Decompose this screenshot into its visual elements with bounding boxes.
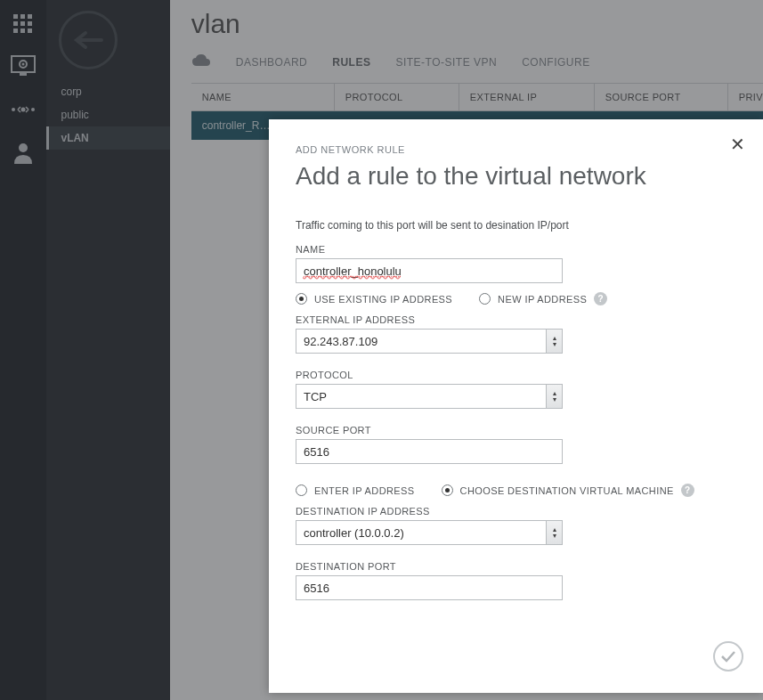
label-external-ip: EXTERNAL IP ADDRESS: [296, 314, 736, 325]
destination-ip-value: controller (10.0.0.2): [304, 526, 404, 540]
radio-use-existing-ip-label: USE EXISTING IP ADDRESS: [314, 294, 452, 305]
help-icon[interactable]: ?: [594, 292, 607, 305]
label-name: NAME: [296, 244, 736, 255]
modal-eyebrow: ADD NETWORK RULE: [296, 144, 736, 155]
modal-title: Add a rule to the virtual network: [296, 162, 736, 191]
label-destination-port: DESTINATION PORT: [296, 561, 736, 572]
label-destination-ip: DESTINATION IP ADDRESS: [296, 506, 736, 517]
name-input[interactable]: [296, 258, 563, 283]
destination-ip-select[interactable]: controller (10.0.0.2) ▴▾: [296, 520, 563, 545]
close-icon[interactable]: ✕: [730, 134, 745, 155]
label-protocol: PROTOCOL: [296, 370, 736, 380]
ip-mode-radio-group: USE EXISTING IP ADDRESS NEW IP ADDRESS ?: [296, 292, 736, 305]
help-icon[interactable]: ?: [681, 484, 694, 497]
protocol-select[interactable]: TCP ▴▾: [296, 384, 563, 409]
modal-description: Traffic coming to this port will be sent…: [296, 219, 736, 232]
chevron-updown-icon: ▴▾: [546, 385, 562, 408]
dest-mode-radio-group: ENTER IP ADDRESS CHOOSE DESTINATION VIRT…: [296, 484, 736, 497]
external-ip-select[interactable]: 92.243.87.109 ▴▾: [296, 329, 563, 354]
destination-port-input[interactable]: [296, 575, 563, 600]
label-source-port: SOURCE PORT: [296, 425, 736, 435]
radio-enter-ip[interactable]: [296, 484, 307, 496]
external-ip-value: 92.243.87.109: [304, 335, 377, 348]
source-port-input[interactable]: [296, 439, 563, 464]
chevron-updown-icon: ▴▾: [546, 330, 562, 353]
protocol-value: TCP: [304, 390, 327, 403]
radio-new-ip-label: NEW IP ADDRESS: [498, 294, 587, 305]
radio-use-existing-ip[interactable]: [296, 293, 307, 305]
radio-choose-vm-label: CHOOSE DESTINATION VIRTUAL MACHINE: [460, 485, 674, 496]
radio-choose-vm[interactable]: [442, 484, 453, 496]
radio-enter-ip-label: ENTER IP ADDRESS: [314, 485, 415, 496]
radio-new-ip[interactable]: [479, 293, 491, 305]
chevron-updown-icon: ▴▾: [546, 521, 562, 544]
submit-button[interactable]: [713, 641, 743, 672]
add-rule-modal: ✕ ADD NETWORK RULE Add a rule to the vir…: [269, 119, 763, 693]
